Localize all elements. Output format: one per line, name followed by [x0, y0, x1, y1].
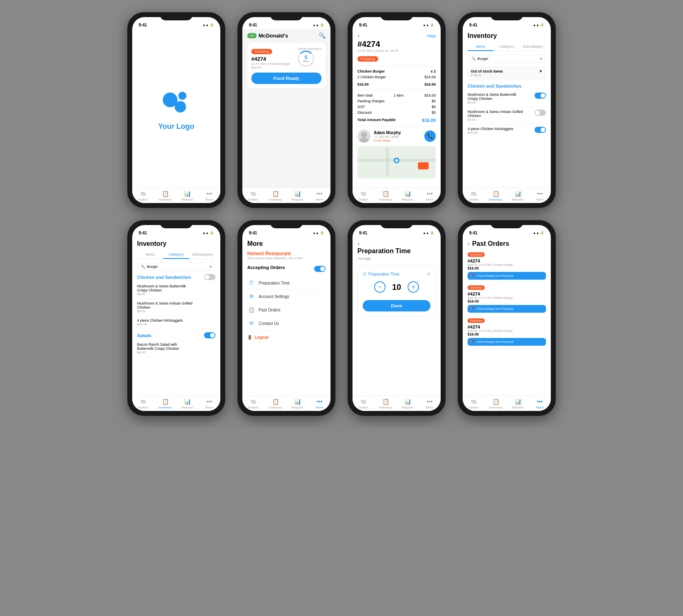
nav-more[interactable]: ••• More: [529, 398, 551, 409]
order-id: #4274: [468, 258, 546, 263]
nav-reports[interactable]: 📊 Reports: [507, 190, 529, 201]
driver-name: Adam Murphy: [374, 130, 401, 135]
menu-item-past-orders[interactable]: 📋 Past Orders: [247, 303, 326, 317]
nav-orders-label: Orders: [138, 198, 148, 201]
past-orders-screen: ‹ Past Orders Delivered #4274 April 23, …: [463, 237, 551, 395]
nav-orders[interactable]: 🛍 Orders: [132, 190, 154, 201]
orders-icon: 🛍: [251, 398, 256, 405]
nav-reports[interactable]: 📊 Reports: [176, 398, 198, 409]
increment-button[interactable]: +: [408, 281, 419, 293]
nav-orders-label: Orders: [359, 406, 368, 409]
total-val: $16.00: [422, 118, 436, 123]
search-icon[interactable]: 🔍: [319, 32, 326, 39]
nav-more-label: More: [536, 198, 543, 201]
search-input[interactable]: [147, 265, 208, 269]
toggle-switch[interactable]: [534, 93, 546, 99]
more-icon: •••: [537, 190, 543, 197]
item-total-val: $16.00: [424, 93, 436, 97]
nav-reports[interactable]: 📊 Reports: [176, 190, 198, 201]
nav-reports[interactable]: 📊 Reports: [397, 190, 419, 201]
nav-reports[interactable]: 📊 Reports: [286, 190, 308, 201]
out-of-stock-section: Out of stock items ▼ 3 items: [468, 66, 546, 80]
delivered-badge: Delivered: [468, 318, 485, 323]
menu-item-prep-time[interactable]: ⏱ Preparation Time: [247, 276, 326, 290]
decrement-button[interactable]: −: [374, 281, 386, 293]
tab-subcategory[interactable]: Subcategory: [520, 43, 546, 51]
help-link[interactable]: Help: [427, 34, 436, 38]
food-ready-button[interactable]: Food Ready: [251, 73, 322, 84]
nav-inventory[interactable]: 📋 Inventory: [375, 398, 397, 409]
close-button[interactable]: ×: [427, 271, 430, 277]
out-of-stock-count: 3 items: [471, 73, 543, 77]
nav-more[interactable]: ••• More: [419, 190, 441, 201]
nav-orders[interactable]: 🛍 Orders: [132, 398, 154, 409]
restaurant-address: 216 Lincoln Drive Manheim, PA 17545: [247, 256, 326, 260]
item-name: Mushroom & Swiss Artisan Grilled Chicken: [137, 301, 194, 309]
search-input[interactable]: [477, 57, 539, 61]
logout-button[interactable]: 🚪 Logout: [247, 335, 326, 340]
nav-orders[interactable]: 🛍 Orders: [242, 398, 264, 409]
logout-label: Logout: [255, 335, 268, 340]
menu-item-account-settings[interactable]: ⚙ Account Settings: [247, 290, 326, 303]
toggle-switch[interactable]: [534, 110, 546, 116]
nav-orders[interactable]: 🛍 Orders: [463, 190, 485, 201]
menu-item-contact-us[interactable]: ✉ Contact Us: [247, 317, 326, 330]
nav-reports[interactable]: 📊 Reports: [397, 398, 419, 409]
category-title: Chicken and Sandwiches: [468, 84, 546, 88]
nav-orders[interactable]: 🛍 Orders: [353, 398, 375, 409]
toggle-switch[interactable]: [534, 127, 546, 133]
svg-rect-7: [386, 148, 389, 177]
tab-subcategory[interactable]: Subcategory: [189, 251, 215, 259]
timer-label: Mins: [303, 60, 309, 62]
tabs: Items Category Subcategory: [137, 251, 215, 259]
tab-category[interactable]: Category: [494, 43, 520, 51]
bottom-nav: 🛍 Orders 📋 Inventory 📊 Reports ••• More: [353, 395, 441, 411]
nav-inventory[interactable]: 📋 Inventory: [154, 190, 176, 201]
clear-icon[interactable]: ×: [210, 265, 212, 269]
nav-orders[interactable]: 🛍 Orders: [242, 190, 264, 201]
nav-inventory[interactable]: 📋 Inventory: [154, 398, 176, 409]
category-toggle-salads[interactable]: [204, 332, 215, 338]
inventory-icon: 📋: [162, 398, 169, 405]
status-time: 9:41: [469, 231, 477, 235]
back-button[interactable]: ‹: [357, 240, 359, 247]
nav-more[interactable]: ••• More: [198, 398, 220, 409]
nav-inventory[interactable]: 📋 Inventory: [485, 190, 507, 201]
nav-inventory[interactable]: 📋 Inventory: [264, 190, 286, 201]
food-ready-label: Food Ready Not Pressed: [477, 340, 513, 344]
nav-more[interactable]: ••• More: [308, 398, 330, 409]
driver-away: 5 min away: [374, 139, 401, 142]
nav-orders[interactable]: 🛍 Orders: [463, 398, 485, 409]
order-id: #4274: [468, 291, 546, 296]
clear-icon[interactable]: ×: [540, 57, 542, 61]
tab-items[interactable]: Items: [137, 251, 163, 259]
nav-inventory[interactable]: 📋 Inventory: [485, 398, 507, 409]
prep-time-counter: − 10 +: [363, 281, 430, 293]
accepting-orders-toggle[interactable]: [314, 266, 326, 272]
more-icon: •••: [206, 190, 213, 197]
back-button[interactable]: ‹: [357, 32, 359, 40]
tab-category[interactable]: Category: [163, 251, 189, 259]
chevron-down-icon[interactable]: ▼: [539, 69, 543, 73]
done-button[interactable]: Done: [363, 300, 430, 311]
nav-reports[interactable]: 📊 Reports: [286, 398, 308, 409]
timer-value: 5: [304, 55, 307, 60]
more-icon: •••: [427, 398, 433, 405]
inventory-screen: Inventory Items Category Subcategory 🔍 ×…: [463, 29, 551, 188]
phone-past-orders: 9:41 ▲▲ 🔋 ‹ Past Orders Delivered #4274 …: [458, 220, 556, 416]
nav-more[interactable]: ••• More: [419, 398, 441, 409]
nav-inventory[interactable]: 📋 Inventory: [375, 190, 397, 201]
back-button[interactable]: ‹: [468, 240, 470, 247]
nav-orders-label: Orders: [248, 198, 258, 201]
nav-more[interactable]: ••• More: [198, 190, 220, 201]
nav-reports[interactable]: 📊 Reports: [507, 398, 529, 409]
nav-more[interactable]: ••• More: [529, 190, 551, 201]
nav-more[interactable]: ••• More: [308, 190, 330, 201]
nav-orders[interactable]: 🛍 Orders: [353, 190, 375, 201]
category-toggle[interactable]: [204, 274, 215, 280]
call-button[interactable]: 📞: [424, 130, 436, 142]
tab-items[interactable]: Items: [468, 43, 494, 51]
nav-inventory[interactable]: 📋 Inventory: [264, 398, 286, 409]
status-time: 9:41: [139, 23, 147, 27]
nav-more-label: More: [316, 406, 323, 409]
